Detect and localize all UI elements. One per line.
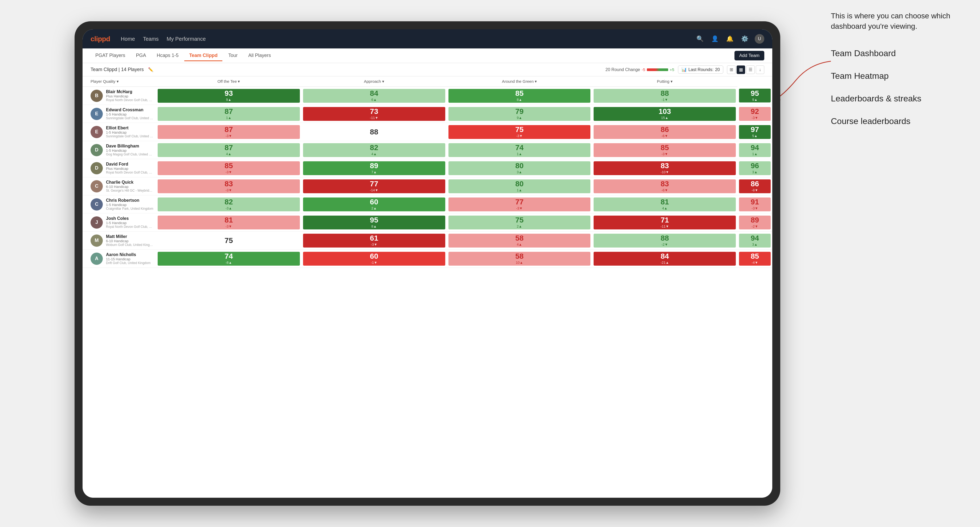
bell-icon[interactable]: 🔔 [725, 34, 735, 44]
score-value: 73 [370, 108, 378, 115]
nav-my-performance[interactable]: My Performance [167, 35, 206, 43]
score-cell: 602▲ [301, 195, 447, 213]
score-box: 84-21▲ [593, 252, 736, 266]
table-row[interactable]: BBlair McHargPlus HandicapRoyal North De… [83, 87, 772, 105]
player-info: Blair McHargPlus HandicapRoyal North Dev… [106, 89, 154, 102]
player-avatar: C [91, 198, 103, 211]
table-row[interactable]: EEdward Crossman1-5 HandicapSunningdale … [83, 105, 772, 123]
settings-icon[interactable]: ⚙️ [740, 34, 749, 44]
score-box: 824▲ [303, 143, 445, 157]
score-cell: 897▲ [301, 159, 447, 177]
nav-home[interactable]: Home [121, 35, 135, 43]
annotation-list-item: Team Dashboard [831, 48, 964, 59]
tab-team-clippd[interactable]: Team Clippd [184, 51, 222, 61]
add-team-button[interactable]: Add Team [735, 51, 764, 60]
tab-hcaps[interactable]: Hcaps 1-5 [152, 51, 183, 61]
score-box: 87-3▼ [158, 125, 300, 139]
player-club: Royal North Devon Golf Club, United King… [106, 98, 154, 102]
table-row[interactable]: DDavid FordPlus HandicapRoyal North Devo… [83, 159, 772, 177]
view-icons: ⊞ ▦ ☰ ↓ [727, 65, 764, 74]
player-info: Chris Robertson1-5 HandicapCraigmillar P… [106, 198, 153, 211]
score-cell: 89-2▼ [737, 213, 772, 232]
col-player-quality[interactable]: Player Quality ▾ [83, 76, 156, 87]
table-row[interactable]: CChris Robertson1-5 HandicapCraigmillar … [83, 195, 772, 213]
player-name: Josh Coles [106, 216, 154, 221]
score-change: 1▲ [517, 152, 522, 156]
nav-teams[interactable]: Teams [143, 35, 159, 43]
score-cell: 71-11▼ [592, 213, 737, 232]
rc-neg: -5 [641, 67, 645, 72]
score-change: -1▼ [371, 260, 377, 265]
player-avatar: C [91, 180, 103, 192]
annotation-list-item: Course leaderboards [831, 115, 964, 127]
player-club: Sunningdale Golf Club, United Kingdom [106, 135, 154, 138]
user-icon[interactable]: 👤 [710, 34, 719, 44]
score-box: 941▲ [739, 143, 771, 157]
score-change: 3▲ [752, 170, 757, 174]
score-change: 5▲ [752, 134, 757, 138]
score-change: 4▲ [662, 206, 667, 210]
tab-pgat-players[interactable]: PGAT Players [91, 51, 130, 61]
edit-team-icon[interactable]: ✏️ [148, 67, 153, 72]
table-row[interactable]: MMatt Miller6-10 HandicapWoburn Golf Clu… [83, 232, 772, 250]
score-cell: 77-14▼ [301, 177, 447, 195]
col-approach[interactable]: Approach ▾ [301, 76, 447, 87]
score-value: 81 [661, 198, 669, 206]
view-heatmap-icon[interactable]: ▦ [737, 65, 745, 74]
score-box: 92-3▼ [739, 107, 771, 121]
col-putting[interactable]: Putting ▾ [592, 76, 737, 87]
player-cell: CChris Robertson1-5 HandicapCraigmillar … [83, 195, 156, 213]
score-value: 87 [224, 126, 233, 133]
score-box: 939▲ [158, 89, 300, 103]
tab-pga[interactable]: PGA [131, 51, 151, 61]
player-handicap: 6-10 Handicap [106, 185, 154, 189]
score-cell: 874▲ [156, 141, 301, 159]
view-grid-icon[interactable]: ⊞ [727, 65, 735, 74]
score-value: 94 [751, 144, 759, 151]
score-cell: 75 [156, 232, 301, 250]
table-row[interactable]: JJosh Coles1-5 HandicapRoyal North Devon… [83, 213, 772, 232]
score-cell: 5810▲ [447, 250, 592, 268]
last-rounds-value: 20 [715, 67, 720, 72]
rc-pos: +5 [670, 67, 674, 72]
score-cell: 85-3▼ [156, 159, 301, 177]
score-cell: 958▲ [301, 213, 447, 232]
score-cell: 85-3▼ [592, 141, 737, 159]
score-cell: 83-6▼ [592, 177, 737, 195]
view-list-icon[interactable]: ☰ [746, 65, 755, 74]
score-change: 4▲ [226, 152, 231, 156]
player-avatar: J [91, 216, 103, 229]
table-row[interactable]: CCharlie Quick6-10 HandicapSt. George's … [83, 177, 772, 195]
score-cell: 91-3▼ [737, 195, 772, 213]
player-info: Matt Miller6-10 HandicapWoburn Golf Club… [106, 234, 154, 247]
player-name: Dave Billingham [106, 144, 154, 149]
search-icon[interactable]: 🔍 [695, 34, 705, 44]
col-around-green[interactable]: Around the Green ▾ [447, 76, 592, 87]
last-rounds-button[interactable]: 📊 Last Rounds: 20 [678, 65, 723, 74]
player-name: Aaron Nicholls [106, 252, 151, 257]
score-change: -8▲ [226, 260, 232, 265]
score-value: 77 [370, 180, 378, 187]
table-header-row: Player Quality ▾ Off the Tee ▾ Approach … [83, 76, 772, 87]
score-box: 71-11▼ [593, 216, 736, 229]
col-off-tee[interactable]: Off the Tee ▾ [156, 76, 301, 87]
navbar: clippd Home Teams My Performance 🔍 👤 🔔 ⚙… [83, 29, 772, 48]
score-cell: 82-3▲ [156, 195, 301, 213]
score-value: 97 [751, 126, 759, 133]
avatar[interactable]: U [755, 34, 764, 44]
tab-all-players[interactable]: All Players [243, 51, 275, 61]
score-box: 77-3▼ [449, 197, 591, 211]
score-box: 752▲ [449, 216, 591, 229]
score-change: 1▲ [752, 152, 757, 156]
navbar-icons: 🔍 👤 🔔 ⚙️ U [695, 34, 764, 44]
score-value: 81 [224, 216, 233, 224]
score-value: 75 [224, 237, 233, 244]
tab-tour[interactable]: Tour [223, 51, 242, 61]
table-row[interactable]: AAaron Nicholls11-15 HandicapDrift Golf … [83, 250, 772, 268]
score-change: 8▲ [517, 98, 522, 102]
table-row[interactable]: DDave Billingham1-5 HandicapGog Magog Go… [83, 141, 772, 159]
view-download-icon[interactable]: ↓ [756, 65, 764, 74]
player-handicap: 1-5 Handicap [106, 221, 154, 225]
table-row[interactable]: EElliot Ebert1-5 HandicapSunningdale Gol… [83, 123, 772, 141]
score-value: 91 [751, 198, 759, 206]
